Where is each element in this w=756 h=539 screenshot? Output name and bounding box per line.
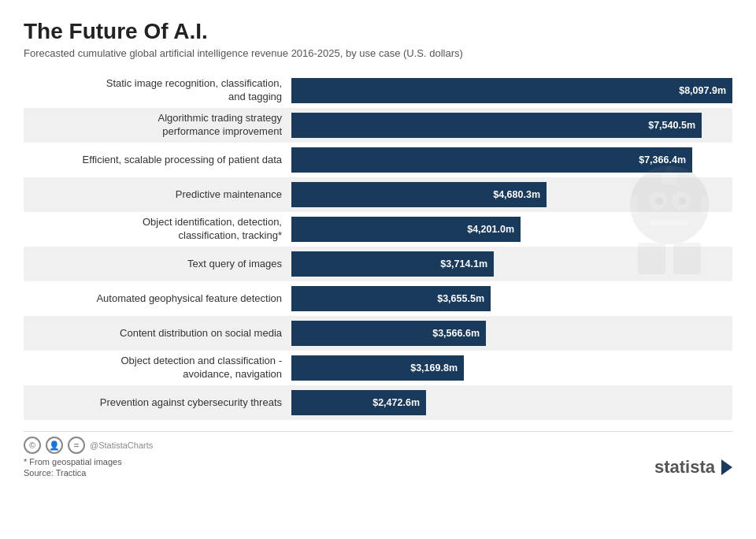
bar-label: Automated geophysical feature detection	[24, 292, 291, 306]
chart-area: Static image recognition, classification…	[24, 73, 732, 420]
bar-container: $4,680.3m	[291, 182, 732, 207]
bar: $4,201.0m	[291, 217, 521, 242]
bar-label: Efficient, scalable processing of patien…	[24, 154, 291, 167]
bar-label: Object detection and classification -avo…	[24, 355, 291, 381]
bar-row: Algorithmic trading strategyperformance …	[24, 108, 732, 143]
bar-row: Prevention against cybersecurity threats…	[24, 385, 732, 420]
bar: $3,714.1m	[291, 251, 494, 277]
page-subtitle: Forecasted cumulative global artificial …	[24, 47, 732, 59]
bar-row: Predictive maintenance$4,680.3m	[24, 177, 732, 212]
page-container: The Future Of A.I. Forecasted cumulative…	[0, 0, 756, 539]
bar-container: $7,366.4m	[291, 147, 732, 173]
footer-left: © 👤 = @StatistaCharts * From geospatial …	[24, 437, 153, 478]
statista-arrow-icon	[721, 459, 732, 475]
bar-label: Static image recognition, classification…	[24, 77, 291, 104]
bar-label: Text query of images	[24, 258, 291, 271]
bar-row: Object detection and classification -avo…	[24, 351, 732, 385]
bar-value: $8,097.9m	[679, 85, 732, 96]
bar-label: Object identification, detection,classif…	[24, 216, 291, 243]
bar-row: Text query of images$3,714.1m	[24, 247, 732, 281]
equals-icon: =	[68, 437, 85, 454]
bar-container: $8,097.9m	[291, 78, 732, 103]
statista-text: statista	[654, 457, 715, 478]
bar-row: Object identification, detection,classif…	[24, 212, 732, 247]
bar: $7,540.5m	[291, 113, 702, 138]
footer-icons: © 👤 = @StatistaCharts	[24, 437, 153, 454]
bar-label: Predictive maintenance	[24, 188, 291, 202]
bar-value: $3,169.8m	[410, 362, 464, 374]
bar-value: $2,472.6m	[372, 397, 426, 408]
bar: $3,655.5m	[291, 286, 491, 311]
statista-logo: statista	[654, 457, 732, 478]
bar-container: $3,714.1m	[291, 251, 732, 277]
bar: $7,366.4m	[291, 147, 692, 173]
bar-value: $4,680.3m	[493, 189, 547, 200]
footer-source: Source: Tractica	[24, 468, 153, 478]
bar-value: $4,201.0m	[467, 224, 521, 235]
bar: $8,097.9m	[291, 78, 732, 103]
bar-label: Algorithmic trading strategyperformance …	[24, 112, 291, 139]
person-icon: 👤	[46, 437, 63, 454]
bar-container: $3,169.8m	[291, 355, 732, 381]
bar-container: $7,540.5m	[291, 113, 732, 138]
bar-value: $3,655.5m	[437, 293, 491, 304]
bar-container: $4,201.0m	[291, 217, 732, 242]
bar-label: Prevention against cybersecurity threats	[24, 396, 291, 410]
footer-handle: @StatistaCharts	[90, 440, 153, 450]
footer: © 👤 = @StatistaCharts * From geospatial …	[24, 431, 732, 478]
page-title: The Future Of A.I.	[24, 19, 732, 44]
cc-icon: ©	[24, 437, 41, 454]
bar-value: $7,366.4m	[639, 154, 692, 165]
bar-row: Efficient, scalable processing of patien…	[24, 143, 732, 177]
bar-value: $3,566.6m	[432, 328, 486, 339]
bar-row: Automated geophysical feature detection$…	[24, 281, 732, 316]
bar: $4,680.3m	[291, 182, 547, 207]
bar-container: $3,566.6m	[291, 321, 732, 346]
bar-container: $2,472.6m	[291, 390, 732, 415]
bar-row: Static image recognition, classification…	[24, 73, 732, 108]
bar: $3,566.6m	[291, 321, 486, 346]
bar-container: $3,655.5m	[291, 286, 732, 311]
bar-value: $3,714.1m	[440, 258, 494, 270]
bar-row: Content distribution on social media$3,5…	[24, 316, 732, 351]
footer-note: * From geospatial images	[24, 457, 153, 467]
bar: $3,169.8m	[291, 355, 464, 381]
bar-label: Content distribution on social media	[24, 327, 291, 340]
bar: $2,472.6m	[291, 390, 426, 415]
bar-value: $7,540.5m	[648, 120, 702, 131]
